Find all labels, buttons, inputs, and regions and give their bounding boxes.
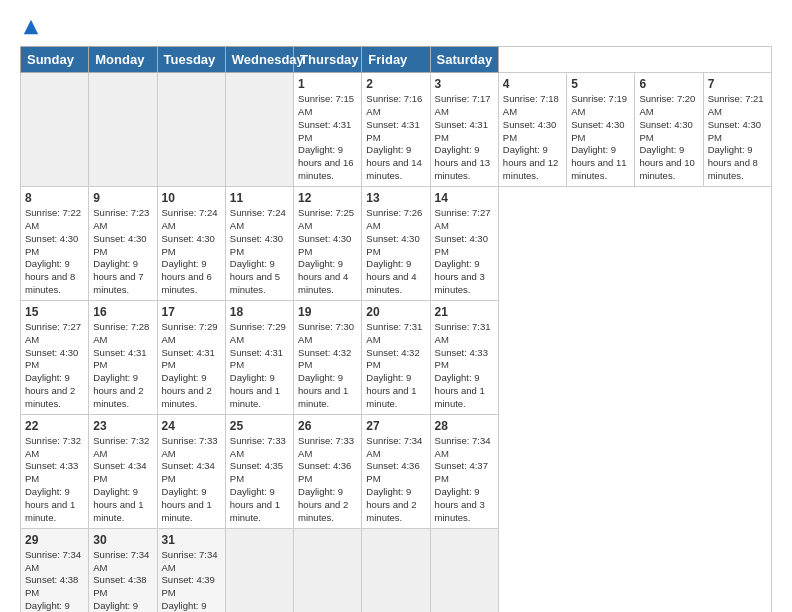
daylight-text: Daylight: 9 hours and 8 minutes.: [708, 144, 758, 181]
sunset-text: Sunset: 4:30 PM: [298, 233, 351, 257]
day-number: 5: [571, 76, 630, 92]
sunset-text: Sunset: 4:30 PM: [93, 233, 146, 257]
day-number: 4: [503, 76, 562, 92]
day-number: 23: [93, 418, 152, 434]
sunrise-text: Sunrise: 7:22 AM: [25, 207, 81, 231]
calendar-day-cell: [362, 528, 430, 612]
sunset-text: Sunset: 4:34 PM: [93, 460, 146, 484]
calendar-day-cell: 13Sunrise: 7:26 AMSunset: 4:30 PMDayligh…: [362, 186, 430, 300]
calendar-day-cell: 22Sunrise: 7:32 AMSunset: 4:33 PMDayligh…: [21, 414, 89, 528]
sunrise-text: Sunrise: 7:29 AM: [162, 321, 218, 345]
day-number: 15: [25, 304, 84, 320]
calendar-day-cell: 6Sunrise: 7:20 AMSunset: 4:30 PMDaylight…: [635, 73, 703, 187]
calendar-table: SundayMondayTuesdayWednesdayThursdayFrid…: [20, 46, 772, 612]
calendar-day-cell: [89, 73, 157, 187]
daylight-text: Daylight: 9 hours and 14 minutes.: [366, 144, 421, 181]
sunrise-text: Sunrise: 7:24 AM: [162, 207, 218, 231]
day-number: 21: [435, 304, 494, 320]
calendar-col-header: Sunday: [21, 47, 89, 73]
calendar-day-cell: [225, 73, 293, 187]
sunset-text: Sunset: 4:30 PM: [366, 233, 419, 257]
sunrise-text: Sunrise: 7:18 AM: [503, 93, 559, 117]
daylight-text: Daylight: 9 hours and 2 minutes.: [162, 372, 212, 409]
page: SundayMondayTuesdayWednesdayThursdayFrid…: [0, 0, 792, 612]
day-number: 30: [93, 532, 152, 548]
sunrise-text: Sunrise: 7:27 AM: [435, 207, 491, 231]
daylight-text: Daylight: 9 hours and 5 minutes.: [230, 258, 280, 295]
calendar-day-cell: 16Sunrise: 7:28 AMSunset: 4:31 PMDayligh…: [89, 300, 157, 414]
daylight-text: Daylight: 9 hours and 2 minutes.: [298, 486, 348, 523]
day-number: 11: [230, 190, 289, 206]
sunrise-text: Sunrise: 7:28 AM: [93, 321, 149, 345]
calendar-day-cell: 24Sunrise: 7:33 AMSunset: 4:34 PMDayligh…: [157, 414, 225, 528]
sunrise-text: Sunrise: 7:26 AM: [366, 207, 422, 231]
calendar-day-cell: 20Sunrise: 7:31 AMSunset: 4:32 PMDayligh…: [362, 300, 430, 414]
day-number: 29: [25, 532, 84, 548]
sunrise-text: Sunrise: 7:15 AM: [298, 93, 354, 117]
sunrise-text: Sunrise: 7:34 AM: [366, 435, 422, 459]
calendar-day-cell: [294, 528, 362, 612]
daylight-text: Daylight: 9 hours and 7 minutes.: [93, 258, 143, 295]
calendar-day-cell: 30Sunrise: 7:34 AMSunset: 4:38 PMDayligh…: [89, 528, 157, 612]
daylight-text: Daylight: 9 hours and 2 minutes.: [25, 372, 75, 409]
daylight-text: Daylight: 9 hours and 3 minutes.: [25, 600, 75, 612]
calendar-day-cell: 27Sunrise: 7:34 AMSunset: 4:36 PMDayligh…: [362, 414, 430, 528]
day-number: 7: [708, 76, 767, 92]
calendar-day-cell: 9Sunrise: 7:23 AMSunset: 4:30 PMDaylight…: [89, 186, 157, 300]
calendar-col-header: Tuesday: [157, 47, 225, 73]
day-number: 8: [25, 190, 84, 206]
day-number: 19: [298, 304, 357, 320]
calendar-header-row: SundayMondayTuesdayWednesdayThursdayFrid…: [21, 47, 772, 73]
calendar-col-header: Saturday: [430, 47, 498, 73]
sunrise-text: Sunrise: 7:32 AM: [93, 435, 149, 459]
day-number: 13: [366, 190, 425, 206]
day-number: 14: [435, 190, 494, 206]
sunset-text: Sunset: 4:30 PM: [503, 119, 556, 143]
daylight-text: Daylight: 9 hours and 8 minutes.: [25, 258, 75, 295]
sunset-text: Sunset: 4:34 PM: [162, 460, 215, 484]
sunset-text: Sunset: 4:31 PM: [366, 119, 419, 143]
calendar-day-cell: [157, 73, 225, 187]
daylight-text: Daylight: 9 hours and 16 minutes.: [298, 144, 353, 181]
logo: [20, 18, 41, 36]
header: [20, 18, 772, 36]
daylight-text: Daylight: 9 hours and 6 minutes.: [162, 258, 212, 295]
calendar-day-cell: 7Sunrise: 7:21 AMSunset: 4:30 PMDaylight…: [703, 73, 771, 187]
day-number: 24: [162, 418, 221, 434]
calendar-day-cell: 25Sunrise: 7:33 AMSunset: 4:35 PMDayligh…: [225, 414, 293, 528]
daylight-text: Daylight: 9 hours and 3 minutes.: [435, 486, 485, 523]
calendar-day-cell: 19Sunrise: 7:30 AMSunset: 4:32 PMDayligh…: [294, 300, 362, 414]
day-number: 3: [435, 76, 494, 92]
sunrise-text: Sunrise: 7:27 AM: [25, 321, 81, 345]
sunset-text: Sunset: 4:35 PM: [230, 460, 283, 484]
calendar-day-cell: 8Sunrise: 7:22 AMSunset: 4:30 PMDaylight…: [21, 186, 89, 300]
daylight-text: Daylight: 9 hours and 2 minutes.: [366, 486, 416, 523]
sunrise-text: Sunrise: 7:34 AM: [435, 435, 491, 459]
sunset-text: Sunset: 4:33 PM: [25, 460, 78, 484]
calendar-week-row: 29Sunrise: 7:34 AMSunset: 4:38 PMDayligh…: [21, 528, 772, 612]
sunset-text: Sunset: 4:31 PM: [162, 347, 215, 371]
daylight-text: Daylight: 9 hours and 1 minute.: [298, 372, 348, 409]
daylight-text: Daylight: 9 hours and 1 minute.: [25, 486, 75, 523]
day-number: 6: [639, 76, 698, 92]
sunset-text: Sunset: 4:30 PM: [162, 233, 215, 257]
daylight-text: Daylight: 9 hours and 13 minutes.: [435, 144, 490, 181]
calendar-day-cell: 17Sunrise: 7:29 AMSunset: 4:31 PMDayligh…: [157, 300, 225, 414]
sunset-text: Sunset: 4:32 PM: [366, 347, 419, 371]
sunrise-text: Sunrise: 7:19 AM: [571, 93, 627, 117]
calendar-day-cell: 4Sunrise: 7:18 AMSunset: 4:30 PMDaylight…: [498, 73, 566, 187]
sunrise-text: Sunrise: 7:20 AM: [639, 93, 695, 117]
calendar-day-cell: 12Sunrise: 7:25 AMSunset: 4:30 PMDayligh…: [294, 186, 362, 300]
sunset-text: Sunset: 4:30 PM: [435, 233, 488, 257]
logo-icon: [22, 18, 40, 36]
daylight-text: Daylight: 9 hours and 1 minute.: [230, 486, 280, 523]
sunset-text: Sunset: 4:30 PM: [708, 119, 761, 143]
sunset-text: Sunset: 4:38 PM: [93, 574, 146, 598]
sunset-text: Sunset: 4:31 PM: [230, 347, 283, 371]
calendar-day-cell: 11Sunrise: 7:24 AMSunset: 4:30 PMDayligh…: [225, 186, 293, 300]
calendar-week-row: 15Sunrise: 7:27 AMSunset: 4:30 PMDayligh…: [21, 300, 772, 414]
sunrise-text: Sunrise: 7:17 AM: [435, 93, 491, 117]
sunset-text: Sunset: 4:30 PM: [230, 233, 283, 257]
sunset-text: Sunset: 4:31 PM: [435, 119, 488, 143]
calendar-day-cell: 26Sunrise: 7:33 AMSunset: 4:36 PMDayligh…: [294, 414, 362, 528]
